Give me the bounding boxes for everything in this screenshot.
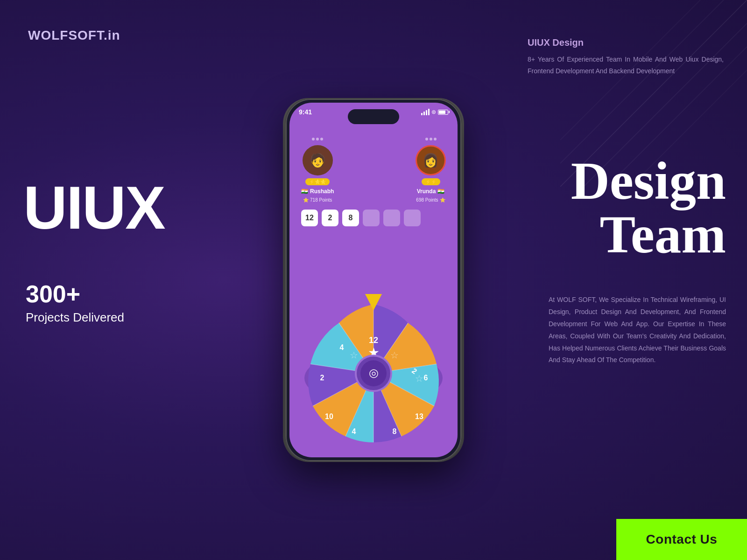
uiux-heading: UIUX bbox=[23, 177, 165, 238]
spin-wheel-area: 12 2 6 13 8 4 10 2 4 ☆ ☆ ☆ ★ bbox=[299, 289, 448, 457]
tile-6-empty bbox=[404, 210, 421, 226]
brand-logo: WOLFSOFT.in bbox=[28, 28, 120, 43]
tile-3: 8 bbox=[342, 210, 359, 226]
contact-us-label: Contact Us bbox=[646, 532, 718, 547]
dynamic-island bbox=[348, 109, 399, 124]
svg-text:☆: ☆ bbox=[350, 350, 358, 360]
tile-2: 2 bbox=[322, 210, 338, 226]
player2-dots bbox=[425, 138, 437, 140]
spin-wheel: 12 2 6 13 8 4 10 2 4 ☆ ☆ ☆ ★ bbox=[303, 303, 444, 443]
battery-icon bbox=[438, 110, 448, 115]
wifi-icon: ⊛ bbox=[431, 109, 436, 116]
projects-label: Projects Delivered bbox=[26, 310, 124, 325]
player1-points: ⭐ 718 Points bbox=[303, 197, 332, 203]
svg-text:12: 12 bbox=[369, 336, 378, 345]
uiux-design-title: UIUX Design bbox=[528, 37, 724, 48]
wheel-pointer bbox=[365, 294, 382, 310]
game-area: 🧑 ⚡⭐⭐ 🇮🇳 Rushabh ⭐ 718 Points bbox=[289, 131, 458, 457]
tile-4-empty bbox=[363, 210, 380, 226]
player1-badge: ⚡⭐⭐ bbox=[305, 178, 330, 185]
player1-dots bbox=[312, 138, 323, 140]
player1-name: 🇮🇳 Rushabh bbox=[301, 188, 334, 195]
team-label: Team bbox=[571, 208, 726, 261]
svg-text:☆: ☆ bbox=[390, 350, 399, 360]
player2-badge: ⚡⚡ bbox=[422, 178, 440, 185]
svg-text:13: 13 bbox=[415, 413, 423, 420]
player2-name: Vrunda 🇮🇳 bbox=[417, 188, 445, 195]
uiux-design-desc: 8+ Years Of Experienced Team In Mobile A… bbox=[528, 54, 724, 77]
status-time: 9:41 bbox=[299, 108, 312, 116]
player1: 🧑 ⚡⭐⭐ 🇮🇳 Rushabh ⭐ 718 Points bbox=[301, 138, 334, 203]
phone-screen: 9:41 ⊛ bbox=[289, 103, 458, 457]
design-team-heading: Design Team bbox=[571, 154, 726, 261]
svg-text:☆: ☆ bbox=[415, 373, 423, 384]
player2-avatar: 👩 bbox=[416, 145, 446, 175]
projects-count: 300+ bbox=[26, 280, 80, 308]
phone-outer: 9:41 ⊛ bbox=[285, 98, 462, 462]
phone-mockup: 9:41 ⊛ bbox=[285, 98, 462, 462]
svg-text:4: 4 bbox=[352, 427, 356, 435]
svg-text:2: 2 bbox=[320, 374, 324, 382]
wolf-soft-description: At WOLF SOFT, We Specialize In Technical… bbox=[549, 294, 726, 366]
svg-text:6: 6 bbox=[424, 374, 428, 382]
signal-icon bbox=[421, 109, 430, 115]
svg-text:8: 8 bbox=[393, 427, 397, 435]
contact-us-button[interactable]: Contact Us bbox=[616, 519, 747, 560]
tile-1: 12 bbox=[301, 210, 318, 226]
status-icons: ⊛ bbox=[421, 109, 448, 116]
player1-avatar: 🧑 bbox=[303, 145, 333, 175]
svg-text:◎: ◎ bbox=[369, 367, 379, 379]
player2-points: 698 Points ⭐ bbox=[416, 197, 445, 203]
players-row: 🧑 ⚡⭐⭐ 🇮🇳 Rushabh ⭐ 718 Points bbox=[289, 131, 458, 210]
right-content: UIUX Design 8+ Years Of Experienced Team… bbox=[528, 37, 724, 91]
player2: 👩 ⚡⚡ Vrunda 🇮🇳 698 Points ⭐ bbox=[416, 138, 446, 203]
design-label: Design bbox=[571, 154, 726, 208]
tile-5-empty bbox=[383, 210, 400, 226]
svg-text:4: 4 bbox=[340, 343, 344, 351]
svg-text:10: 10 bbox=[325, 413, 333, 420]
number-tiles: 12 2 8 bbox=[289, 210, 458, 226]
